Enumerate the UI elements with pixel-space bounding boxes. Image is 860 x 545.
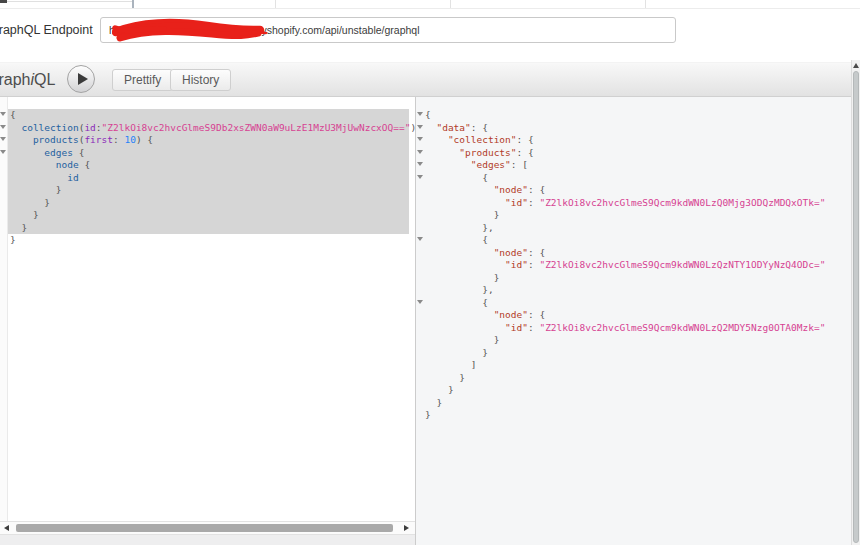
graphiql-toolbar: GraphiQL Prettify History [0,62,851,97]
code-line: ] [425,359,825,372]
table-cell-border [645,0,646,8]
code-line: }, [425,284,825,297]
fold-arrow-icon[interactable] [417,137,423,141]
code-line: { [425,109,825,122]
fold-arrow-icon[interactable] [0,125,6,129]
table-cell-border [275,0,276,8]
code-line: { [425,234,825,247]
prettify-button[interactable]: Prettify [112,69,173,91]
fold-arrow-icon[interactable] [417,112,423,116]
graphiql-app: GraphQL Endpoint https:// yshopify.com/a… [0,0,860,545]
code-line: } [425,347,825,360]
page-vertical-scrollbar[interactable] [851,60,860,545]
endpoint-input[interactable]: https:// yshopify.com/api/unstable/graph… [100,17,676,43]
execute-button[interactable] [67,65,95,93]
editor-workspace: { collection(id:"Z2lkOi8vc2hvcGlmeS9Db2x… [0,97,851,545]
code-line: products(first: 10) { [10,134,416,147]
scroll-right-icon[interactable] [404,525,409,531]
endpoint-url-suffix: yshopify.com/api/unstable/graphql [262,24,420,36]
code-line: "collection": { [425,134,825,147]
scroll-left-icon[interactable] [4,525,9,531]
code-line: "node": { [425,184,825,197]
play-icon [78,73,88,85]
code-line: } [10,197,416,210]
code-line: } [425,409,825,422]
result-viewer: { "data": { "collection": { "products": … [415,97,851,545]
code-line: } [10,234,416,247]
fold-arrow-icon[interactable] [417,125,423,129]
query-code: { collection(id:"Z2lkOi8vc2hvcGlmeS9Db2x… [10,109,416,247]
code-line: "data": { [425,122,825,135]
bottom-strip [0,535,415,545]
table-cell-border [132,0,134,8]
code-line: "products": { [425,147,825,160]
code-line: "id": "Z2lkOi8vc2hvcGlmeS9Qcm9kdWN0LzQ2M… [425,322,825,335]
code-line: } [425,272,825,285]
endpoint-url-redacted [141,30,262,31]
code-line: id [10,172,416,185]
query-editor[interactable]: { collection(id:"Z2lkOi8vc2hvcGlmeS9Db2x… [0,97,415,535]
code-line: { [425,172,825,185]
code-line: edges { [10,147,416,160]
fold-arrow-icon[interactable] [0,137,6,141]
code-line: } [10,184,416,197]
code-line: collection(id:"Z2lkOi8vc2hvcGlmeS9Db2xsZ… [10,122,416,135]
fold-arrow-icon[interactable] [417,237,423,241]
graphiql-logo: GraphiQL [0,71,55,89]
fold-arrow-icon[interactable] [417,175,423,179]
code-line: "node": { [425,247,825,260]
fold-arrow-icon[interactable] [417,162,423,166]
code-line: "edges": [ [425,159,825,172]
query-fold-gutter [0,97,8,521]
code-line: { [425,297,825,310]
scroll-up-icon[interactable] [853,63,859,68]
code-line: } [425,384,825,397]
code-line: } [425,334,825,347]
horizontal-scrollbar[interactable] [0,521,415,535]
code-line: } [425,209,825,222]
fold-arrow-icon[interactable] [417,150,423,154]
table-cell-border [450,0,451,8]
code-line: { [10,109,416,122]
result-code: { "data": { "collection": { "products": … [425,109,825,422]
fold-arrow-icon[interactable] [417,300,423,304]
endpoint-url-prefix: https:// [109,24,141,36]
fold-arrow-icon[interactable] [0,150,6,154]
fold-arrow-icon[interactable] [0,112,6,116]
code-line: }, [425,222,825,235]
table-row-border [0,1,133,2]
corner-mark [0,0,7,3]
code-line: "id": "Z2lkOi8vc2hvcGlmeS9Qcm9kdWN0LzQzN… [425,259,825,272]
code-line: node { [10,159,416,172]
endpoint-label: GraphQL Endpoint [0,23,93,37]
history-button[interactable]: History [170,69,231,91]
top-cropped-table-strip [0,0,860,9]
vertical-scrollbar-thumb[interactable] [853,71,859,543]
code-line: } [425,372,825,385]
code-line: "node": { [425,309,825,322]
code-line: } [425,397,825,410]
code-line: } [10,222,416,235]
code-line: } [10,209,416,222]
horizontal-scrollbar-thumb[interactable] [16,524,393,532]
code-line: "id": "Z2lkOi8vc2hvcGlmeS9Qcm9kdWN0LzQ0M… [425,197,825,210]
